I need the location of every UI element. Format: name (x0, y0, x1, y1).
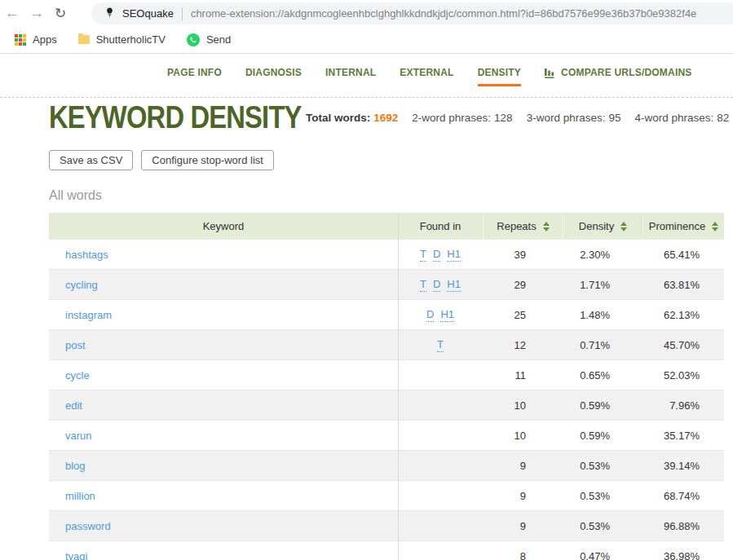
configure-stop-word-button[interactable]: Configure stop-word list (141, 150, 274, 170)
found-in-link[interactable]: D (433, 278, 440, 292)
column-divider (398, 213, 399, 560)
keyword-link[interactable]: password (65, 520, 111, 532)
omnibox-separator (182, 7, 183, 20)
nav-tabs: PAGE INFO DIAGNOSIS INTERNAL EXTERNAL DE… (167, 67, 716, 86)
density-value: 0.47% (563, 541, 642, 560)
bookmark-label: ShutterholicTV (96, 33, 166, 46)
table-row: tyagi 8 0.47% 36.98% (49, 541, 724, 560)
repeats-value: 9 (483, 451, 563, 480)
title-wrap: KEYWORD DENSITY (49, 99, 306, 135)
found-in-link[interactable]: D (433, 248, 440, 262)
prominence-value: 62.13% (642, 300, 724, 329)
keyword-link[interactable]: blog (65, 460, 86, 472)
sort-icon[interactable] (712, 222, 718, 231)
tab-density[interactable]: DENSITY (478, 67, 521, 86)
density-value: 0.71% (563, 330, 642, 359)
sort-icon[interactable] (620, 222, 627, 231)
tab-diagnosis[interactable]: DIAGNOSIS (245, 67, 302, 84)
bookmark-apps[interactable]: Apps (15, 33, 57, 46)
tab-compare-urls-domains[interactable]: COMPARE URLS/DOMAINS (545, 67, 691, 84)
density-value: 0.59% (563, 421, 642, 450)
tab-internal[interactable]: INTERNAL (325, 67, 376, 84)
found-in-link[interactable]: D (426, 308, 434, 322)
table-row: instagram DH1 25 1.48% 62.13% (49, 300, 724, 330)
keyword-link[interactable]: varun (65, 430, 92, 442)
header-density[interactable]: Density (563, 213, 642, 240)
repeats-value: 11 (483, 360, 563, 390)
table-row: varun 10 0.59% 35.17% (49, 421, 724, 451)
stat-4-word: 4-word phrases:82 (634, 112, 729, 124)
prominence-value: 45.70% (642, 330, 724, 359)
dashed-separator (0, 97, 733, 98)
keyword-link[interactable]: edit (65, 399, 82, 412)
stat-value: 95 (608, 112, 620, 124)
prominence-value: 35.17% (642, 421, 724, 450)
found-in-link[interactable]: T (437, 338, 444, 352)
header-label: Density (579, 220, 614, 232)
stat-label: 2-word phrases: (412, 112, 491, 124)
header-prominence[interactable]: Prominence (642, 213, 724, 240)
table-row: blog 9 0.53% 39.14% (49, 451, 724, 481)
found-in-link[interactable]: H1 (447, 248, 461, 262)
toolbar-buttons: Save as CSV Configure stop-word list (49, 150, 274, 170)
sort-icon[interactable] (543, 222, 550, 231)
density-value: 1.48% (563, 300, 642, 329)
density-value: 0.53% (563, 481, 642, 510)
stat-total-words: Total words:1692 (306, 112, 398, 124)
keyword-link[interactable]: hashtags (65, 249, 108, 261)
forward-icon[interactable]: → (24, 4, 49, 22)
repeats-value: 10 (483, 421, 563, 450)
address-bar[interactable]: SEOquake chrome-extension://akdgnmcoglee… (91, 2, 733, 24)
header-keyword: Keyword (49, 213, 398, 240)
browser-toolbar: ← → ↻ SEOquake chrome-extension://akdgnm… (0, 0, 733, 26)
tab-page-info[interactable]: PAGE INFO (167, 67, 222, 84)
stat-label: Total words: (306, 112, 370, 124)
header-found-in: Found in (398, 213, 483, 240)
keyword-link[interactable]: instagram (65, 309, 112, 321)
keyword-link[interactable]: cycling (65, 279, 98, 291)
extension-name: SEOquake (122, 7, 174, 20)
keyword-link[interactable]: post (65, 339, 86, 351)
keyword-link[interactable]: tyagi (65, 550, 87, 560)
density-value: 1.71% (563, 270, 642, 299)
prominence-value: 96.88% (642, 511, 724, 540)
found-in-link[interactable]: H1 (447, 278, 461, 292)
repeats-value: 12 (483, 330, 563, 359)
prominence-value: 39.14% (642, 451, 724, 480)
save-csv-button[interactable]: Save as CSV (49, 150, 133, 170)
prominence-value: 63.81% (642, 270, 724, 299)
repeats-value: 29 (483, 270, 563, 299)
repeats-value: 10 (483, 390, 563, 420)
found-in-link[interactable]: H1 (440, 308, 454, 322)
header-repeats[interactable]: Repeats (483, 213, 563, 240)
browser-window: ← → ↻ SEOquake chrome-extension://akdgnm… (0, 0, 733, 560)
keyword-table: Keyword Found in Repeats Density Promine… (49, 213, 724, 560)
header-label: Prominence (649, 220, 705, 232)
prominence-value: 52.03% (642, 360, 724, 390)
table-row: password 9 0.53% 96.88% (49, 511, 724, 541)
stat-2-word: 2-word phrases:128 (412, 112, 512, 124)
found-in-link[interactable]: T (420, 278, 426, 292)
back-icon[interactable]: ← (0, 4, 24, 22)
density-value: 0.53% (563, 511, 642, 540)
reload-icon[interactable]: ↻ (49, 5, 72, 22)
bookmark-label: Send (206, 33, 231, 46)
stat-value: 1692 (373, 112, 398, 124)
section-label: All words (49, 188, 102, 203)
table-row: cycling TDH1 29 1.71% 63.81% (49, 270, 724, 300)
heading-row: KEYWORD DENSITY Total words:1692 2-word … (49, 100, 733, 134)
whatsapp-icon (187, 33, 200, 46)
table-row: edit 10 0.59% 7.96% (49, 390, 724, 421)
keyword-link[interactable]: million (65, 490, 95, 502)
repeats-value: 8 (483, 541, 563, 560)
tab-external[interactable]: EXTERNAL (400, 67, 453, 84)
bookmark-shutterholictv[interactable]: ShutterholicTV (78, 33, 166, 46)
bookmark-send[interactable]: Send (187, 33, 231, 46)
found-in-link[interactable]: T (420, 248, 426, 262)
table-header: Keyword Found in Repeats Density Promine… (49, 213, 724, 240)
keyword-link[interactable]: cycle (65, 369, 90, 381)
density-value: 2.30% (563, 240, 642, 269)
table-row: hashtags TDH1 39 2.30% 65.41% (49, 240, 724, 270)
word-stats: Total words:1692 2-word phrases:128 3-wo… (306, 112, 733, 124)
table-row: million 9 0.53% 68.74% (49, 481, 724, 511)
